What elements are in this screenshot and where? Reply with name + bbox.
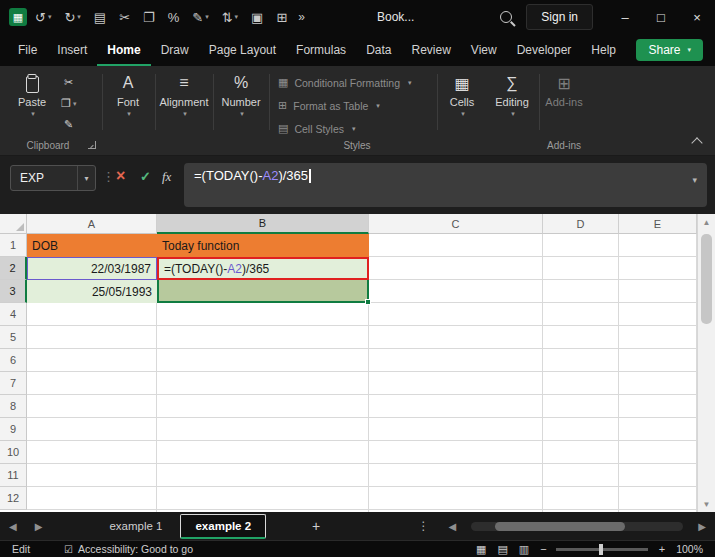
page-layout-view-icon[interactable]: ▤ <box>497 543 507 556</box>
name-box[interactable]: EXP ▾ <box>10 165 96 191</box>
scroll-up-icon[interactable]: ▲ <box>698 214 715 230</box>
conditional-formatting-button[interactable]: ▦ Conditional Formatting ▾ <box>278 76 436 89</box>
paste-button[interactable]: Paste ▾ <box>10 72 54 134</box>
tab-formulas[interactable]: Formulas <box>286 34 356 66</box>
insert-function-button[interactable]: fx <box>162 169 171 185</box>
collapse-ribbon-chevron-icon[interactable] <box>691 137 702 148</box>
row-header-5[interactable]: 5 <box>0 326 27 349</box>
row-header-4[interactable]: 4 <box>0 303 27 326</box>
borders-button[interactable]: ⊞ <box>271 4 292 30</box>
editing-group-button[interactable]: ∑ Editing ▾ <box>487 72 537 134</box>
clipboard-dialog-launcher-icon[interactable] <box>88 141 96 149</box>
tab-draw[interactable]: Draw <box>151 34 199 66</box>
zoom-level[interactable]: 100% <box>676 543 703 555</box>
paste-quick-button[interactable]: ▣ <box>246 4 268 30</box>
cells-group-button[interactable]: ▦ Cells ▾ <box>439 72 485 134</box>
select-all-button[interactable] <box>0 214 27 234</box>
normal-view-icon[interactable]: ▦ <box>476 543 486 556</box>
font-group-button[interactable]: A Font ▾ <box>104 72 152 134</box>
redo-button[interactable]: ↻▾ <box>59 4 85 30</box>
cell-styles-button[interactable]: ▤ Cell Styles ▾ <box>278 122 436 135</box>
undo-button[interactable]: ↺▾ <box>30 4 56 30</box>
name-box-dropdown[interactable]: ▾ <box>77 166 95 190</box>
cell-a2[interactable]: 22/03/1987 <box>27 257 157 280</box>
tab-home[interactable]: Home <box>97 34 150 66</box>
row-header-12[interactable]: 12 <box>0 487 27 510</box>
copy-button[interactable]: ❐▾ <box>58 94 79 113</box>
cell-area[interactable]: DOB Today function 22/03/1987 25/05/1993… <box>27 234 697 512</box>
row-header-11[interactable]: 11 <box>0 464 27 487</box>
print-preview-button[interactable]: ▤ <box>89 4 111 30</box>
number-group-button[interactable]: % Number ▾ <box>215 72 267 134</box>
tab-view[interactable]: View <box>461 34 507 66</box>
scroll-down-icon[interactable]: ▼ <box>698 496 715 512</box>
copy-button[interactable]: ❐ <box>138 4 160 30</box>
column-header-c[interactable]: C <box>369 214 543 234</box>
cut-button[interactable]: ✂ <box>58 73 79 92</box>
ribbon-separator <box>539 74 540 130</box>
tab-insert[interactable]: Insert <box>47 34 97 66</box>
page-break-view-icon[interactable]: ▥ <box>519 543 529 556</box>
zoom-slider[interactable] <box>556 548 648 551</box>
zoom-slider-thumb[interactable] <box>599 544 603 555</box>
confirm-entry-button[interactable]: ✓ <box>140 169 151 184</box>
cell-a3[interactable]: 25/05/1993 <box>27 280 157 303</box>
cut-button[interactable]: ✂ <box>114 4 135 30</box>
maximize-button[interactable]: □ <box>643 0 679 34</box>
sign-in-button[interactable]: Sign in <box>526 4 593 30</box>
cell-b1[interactable]: Today function <box>157 234 369 257</box>
row-header-2[interactable]: 2 <box>0 257 27 280</box>
row-header-6[interactable]: 6 <box>0 349 27 372</box>
scroll-left-icon[interactable]: ◀ <box>440 521 466 532</box>
row-header-10[interactable]: 10 <box>0 441 27 464</box>
share-button[interactable]: Share ▾ <box>636 39 703 61</box>
row-header-9[interactable]: 9 <box>0 418 27 441</box>
new-sheet-button[interactable]: + <box>304 518 328 534</box>
cancel-entry-button[interactable]: × <box>116 167 125 185</box>
alignment-group-button[interactable]: ≡ Alignment ▾ <box>157 72 211 134</box>
sort-button[interactable]: ⇅▾ <box>217 4 243 30</box>
row-header-7[interactable]: 7 <box>0 372 27 395</box>
horizontal-scrollbar[interactable] <box>471 522 683 531</box>
zoom-out-button[interactable]: − <box>540 543 546 555</box>
tab-help[interactable]: Help <box>581 34 626 66</box>
scroll-right-icon[interactable]: ▶ <box>689 521 715 532</box>
next-sheet-icon[interactable]: ▶ <box>26 521 52 532</box>
column-header-b[interactable]: B <box>157 214 369 234</box>
add-ins-button[interactable]: ⊞ Add-ins <box>541 72 587 134</box>
row-header-1[interactable]: 1 <box>0 234 27 257</box>
formula-bar-drag-handle[interactable]: ⋮ <box>102 169 115 184</box>
cell-b3[interactable] <box>157 280 369 303</box>
column-header-d[interactable]: D <box>543 214 619 234</box>
minimize-button[interactable]: – <box>607 0 643 34</box>
zoom-in-button[interactable]: + <box>659 543 665 555</box>
tab-file[interactable]: File <box>8 34 47 66</box>
expand-formula-bar-chevron-icon[interactable]: ▾ <box>692 175 697 185</box>
sheet-tab-example-1[interactable]: example 1 <box>95 515 176 537</box>
percent-style-button[interactable]: % <box>163 4 185 30</box>
format-painter-button[interactable]: ✎ <box>58 115 79 134</box>
column-header-e[interactable]: E <box>619 214 697 234</box>
horizontal-scrollbar-thumb[interactable] <box>495 522 625 531</box>
tab-review[interactable]: Review <box>401 34 460 66</box>
cell-a1[interactable]: DOB <box>27 234 157 257</box>
formula-input[interactable]: =(TODAY()-A2)/365 ▾ <box>184 163 707 207</box>
cell-b2-editing[interactable]: =(TODAY()-A2)/365 <box>157 257 369 280</box>
sheet-tab-example-2[interactable]: example 2 <box>180 514 266 539</box>
more-commands-button[interactable]: » <box>298 10 305 24</box>
close-button[interactable]: × <box>679 0 715 34</box>
previous-sheet-icon[interactable]: ◀ <box>0 521 26 532</box>
search-icon[interactable] <box>500 11 512 23</box>
format-painter-button[interactable]: ✎▾ <box>187 4 213 30</box>
column-header-a[interactable]: A <box>27 214 157 234</box>
accessibility-status[interactable]: ☑ Accessibility: Good to go <box>64 543 193 555</box>
vertical-scrollbar[interactable]: ▲ ▼ <box>697 214 715 512</box>
tab-page-layout[interactable]: Page Layout <box>199 34 286 66</box>
tab-developer[interactable]: Developer <box>507 34 582 66</box>
vertical-scrollbar-thumb[interactable] <box>701 234 712 324</box>
tab-data[interactable]: Data <box>356 34 401 66</box>
sheet-options-icon[interactable]: ⋮ <box>418 519 430 533</box>
format-as-table-button[interactable]: ⊞ Format as Table ▾ <box>278 99 436 112</box>
row-header-8[interactable]: 8 <box>0 395 27 418</box>
row-header-3[interactable]: 3 <box>0 280 27 303</box>
